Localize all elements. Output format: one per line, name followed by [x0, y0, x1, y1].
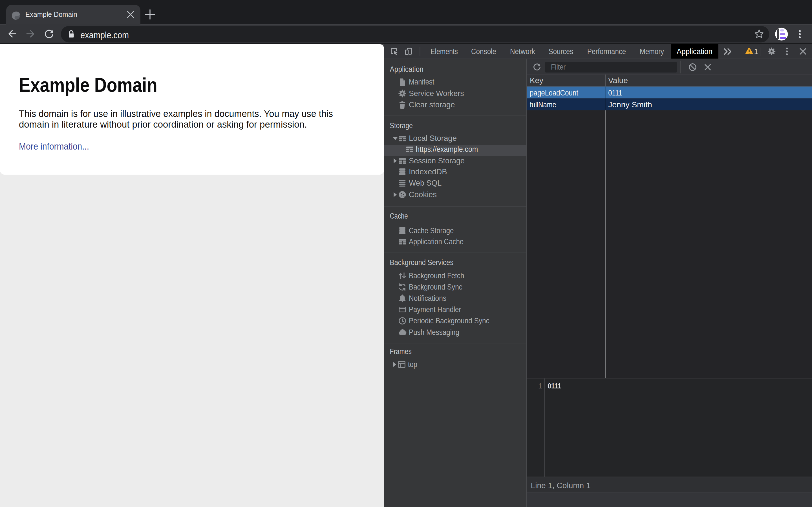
svg-text:1: 1	[754, 47, 758, 56]
svg-text:example.com: example.com	[80, 30, 129, 40]
svg-text:Performance: Performance	[587, 47, 626, 56]
svg-text:Background Services: Background Services	[390, 258, 454, 267]
svg-text:https://example.com: https://example.com	[416, 145, 478, 154]
svg-text:Push Messaging: Push Messaging	[409, 328, 459, 337]
svg-text:fullName: fullName	[530, 101, 556, 109]
svg-text:Payment Handler: Payment Handler	[409, 305, 461, 314]
svg-text:Notifications: Notifications	[409, 294, 446, 302]
svg-text:Application: Application	[677, 47, 712, 56]
svg-text:Local Storage: Local Storage	[409, 134, 457, 143]
svg-text:Cache: Cache	[390, 212, 408, 220]
svg-text:Periodic Background Sync: Periodic Background Sync	[409, 317, 490, 325]
svg-text:Sources: Sources	[549, 47, 573, 56]
svg-text:Manifest: Manifest	[409, 78, 435, 86]
svg-text:Application Cache: Application Cache	[409, 237, 463, 246]
svg-text:Clear storage: Clear storage	[409, 101, 455, 109]
svg-text:Application: Application	[390, 65, 423, 73]
svg-text:This domain is for use in illu: This domain is for use in illustrative e…	[19, 108, 333, 119]
svg-text:Cache Storage: Cache Storage	[409, 226, 454, 235]
svg-text:Memory: Memory	[640, 47, 664, 56]
svg-text:0111: 0111	[548, 382, 561, 390]
svg-text:Cookies: Cookies	[409, 190, 437, 199]
svg-text:Example Domain: Example Domain	[19, 74, 157, 96]
svg-text:Web SQL: Web SQL	[409, 179, 442, 187]
svg-text:1: 1	[538, 382, 542, 390]
svg-text:Background Fetch: Background Fetch	[409, 272, 464, 280]
svg-text:Filter: Filter	[551, 63, 566, 71]
svg-text:top: top	[408, 360, 417, 369]
svg-text:Network: Network	[510, 47, 535, 56]
svg-text:Line 1, Column 1: Line 1, Column 1	[531, 482, 591, 490]
svg-text:Frames: Frames	[390, 347, 412, 356]
svg-text:Elements: Elements	[430, 47, 458, 56]
svg-text:domain in literature without p: domain in literature without prior coord…	[19, 119, 307, 129]
svg-text:pageLoadCount: pageLoadCount	[530, 89, 578, 97]
svg-text:Key: Key	[530, 76, 544, 85]
svg-text:More information...: More information...	[19, 141, 89, 152]
svg-text:Background Sync: Background Sync	[409, 283, 462, 291]
svg-text:IndexedDB: IndexedDB	[409, 168, 447, 176]
svg-text:Service Workers: Service Workers	[409, 89, 464, 98]
svg-text:Storage: Storage	[390, 121, 413, 130]
svg-text:Value: Value	[608, 76, 628, 85]
svg-text:0111: 0111	[608, 89, 622, 97]
svg-text:Jenny Smith: Jenny Smith	[608, 101, 652, 109]
svg-text:Console: Console	[471, 47, 496, 56]
svg-text:Example Domain: Example Domain	[26, 10, 77, 18]
svg-text:Session Storage: Session Storage	[409, 157, 465, 165]
